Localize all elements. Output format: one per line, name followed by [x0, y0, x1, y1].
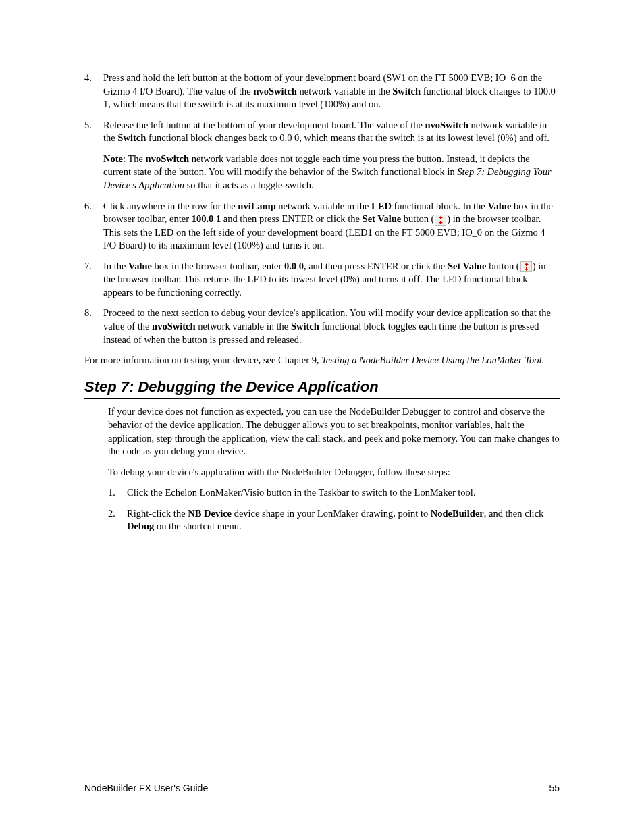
list-item-8: 8. Proceed to the next section to debug … [84, 307, 560, 346]
item-text: Right-click the NB Device device shape i… [127, 507, 560, 533]
sub-item-2: 2. Right-click the NB Device device shap… [108, 507, 560, 533]
item-body: Click the Echelon LonMaker/Visio button … [127, 486, 560, 500]
item-number: 7. [84, 260, 103, 300]
section-para-1: If your device does not function as expe… [108, 405, 560, 458]
page-number: 55 [549, 782, 560, 795]
section-body: If your device does not function as expe… [84, 405, 560, 533]
sub-item-1: 1. Click the Echelon LonMaker/Visio butt… [108, 486, 560, 500]
item-text: Proceed to the next section to debug you… [103, 307, 560, 346]
item-body: In the Value box in the browser toolbar,… [103, 260, 560, 300]
section-heading-step7: Step 7: Debugging the Device Application [84, 377, 560, 400]
item-body: Right-click the NB Device device shape i… [127, 507, 560, 533]
section-para-2: To debug your device's application with … [108, 466, 560, 479]
item-para-2: Note: The nvoSwitch network variable doe… [103, 153, 560, 192]
item-text: In the Value box in the browser toolbar,… [103, 260, 560, 300]
item-number: 2. [108, 507, 127, 533]
list-item-4: 4. Press and hold the left button at the… [84, 72, 560, 111]
item-text: Press and hold the left button at the bo… [103, 72, 560, 111]
item-number: 1. [108, 486, 127, 500]
closing-paragraph: For more information on testing your dev… [84, 354, 560, 367]
item-number: 5. [84, 119, 103, 192]
instruction-list: 4. Press and hold the left button at the… [84, 72, 560, 346]
list-item-6: 6. Click anywhere in the row for the nvi… [84, 200, 560, 253]
set-value-icon [435, 215, 446, 226]
set-value-icon [520, 261, 532, 272]
list-item-5: 5. Release the left button at the bottom… [84, 119, 560, 192]
item-number: 8. [84, 307, 103, 346]
item-body: Press and hold the left button at the bo… [103, 72, 560, 111]
item-body: Release the left button at the bottom of… [103, 119, 560, 192]
page-footer: NodeBuilder FX User's Guide 55 [84, 782, 560, 795]
item-para-1: Release the left button at the bottom of… [103, 119, 560, 145]
item-body: Proceed to the next section to debug you… [103, 307, 560, 346]
sub-instruction-list: 1. Click the Echelon LonMaker/Visio butt… [108, 486, 560, 533]
item-number: 4. [84, 72, 103, 111]
item-text: Click the Echelon LonMaker/Visio button … [127, 486, 560, 500]
list-item-7: 7. In the Value box in the browser toolb… [84, 260, 560, 300]
item-number: 6. [84, 200, 103, 253]
item-body: Click anywhere in the row for the nviLam… [103, 200, 560, 253]
footer-title: NodeBuilder FX User's Guide [84, 782, 208, 795]
item-text: Click anywhere in the row for the nviLam… [103, 200, 560, 253]
page-content: 4. Press and hold the left button at the… [84, 72, 560, 533]
